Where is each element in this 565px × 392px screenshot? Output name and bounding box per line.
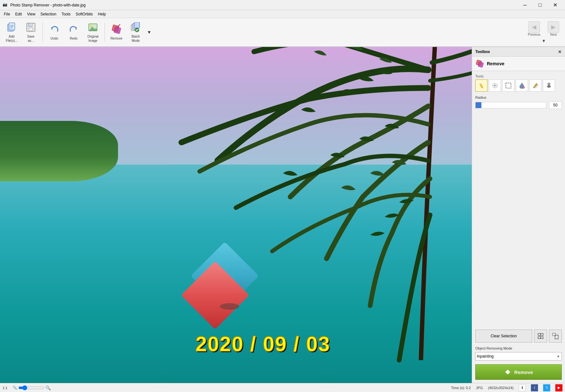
share-youtube-button[interactable]: ▶ [555, 384, 562, 391]
previous-button[interactable]: ◀ Previous [525, 21, 543, 36]
fill-tool-button[interactable] [516, 79, 528, 92]
original-image-label: Original [87, 35, 98, 38]
svg-rect-1 [9, 23, 15, 30]
menu-file[interactable]: File [1, 11, 13, 17]
toolbar-expand-button[interactable]: ▼ [146, 19, 152, 45]
share-twitter-button[interactable]: 𝕏 [543, 384, 550, 391]
remove-action-button[interactable]: Remove [475, 364, 562, 380]
save-as-button[interactable]: Save as... [22, 19, 40, 45]
zoom-sel-icon [552, 333, 559, 339]
tools-row [475, 79, 562, 92]
menu-view[interactable]: View [24, 11, 38, 17]
share-facebook-button[interactable]: f [531, 384, 538, 391]
zoom-slider-input[interactable] [18, 385, 44, 390]
svg-rect-7 [29, 28, 33, 31]
nav-area: ◀ Previous ▶ Next ▼ [525, 21, 562, 43]
rect-select-icon [505, 82, 512, 89]
toolbar-sep-2 [105, 23, 105, 42]
toolbar: Add File(s)... Save as... Undo [0, 18, 565, 47]
menu-selection[interactable]: Selection [38, 11, 59, 17]
save-as-label2: as... [28, 39, 34, 42]
svg-rect-23 [478, 62, 483, 67]
minimize-button[interactable]: ─ [518, 1, 532, 10]
radius-slider[interactable] [475, 102, 546, 108]
magic-wand-icon [491, 82, 498, 89]
previous-label: Previous [528, 33, 541, 36]
menu-softorbits[interactable]: SoftOrbits [73, 11, 95, 17]
fill-icon [518, 82, 525, 89]
menu-bar: File Edit View Selection Tools SoftOrbit… [0, 10, 565, 18]
object-mode-select[interactable]: Inpainting Blur Mean Smart Fill [475, 352, 562, 360]
clear-row: Clear Selection [475, 330, 562, 342]
add-files-label2: File(s)... [6, 39, 17, 42]
svg-rect-34 [538, 333, 541, 335]
toolbox-body: Tools [472, 71, 565, 383]
redo-icon [68, 24, 79, 36]
undo-label: Undo [50, 37, 58, 40]
batch-mode-button[interactable]: Batch Mode [127, 19, 145, 45]
svg-point-30 [523, 87, 524, 88]
title-bar: 📷 Photo Stamp Remover - photo-with-date.… [0, 0, 565, 10]
magic-tool2-button[interactable] [529, 79, 542, 92]
fit-to-screen-button[interactable] [534, 330, 547, 342]
menu-help[interactable]: Help [96, 11, 109, 17]
remove-label: Remove [110, 37, 122, 40]
tools-section: Tools [475, 74, 562, 92]
original-image-button[interactable]: Original Image [84, 19, 102, 45]
object-mode-section: Object Removing Mode Inpainting Blur Mea… [475, 346, 562, 360]
diamond-shadow [220, 303, 239, 310]
toolbar-sep-1 [42, 23, 43, 42]
radius-value[interactable]: 50 [549, 101, 562, 109]
nav-chevron-icon: ▼ [542, 38, 546, 43]
remove-btn-icon [504, 368, 512, 376]
toolbox-remove-title: Remove [487, 61, 504, 66]
redo-button[interactable]: Redo [65, 19, 83, 45]
batch-mode-icon [131, 22, 141, 34]
svg-line-17 [118, 24, 120, 26]
toolbox-panel: Toolbox ✕ Remove Tools [472, 47, 565, 383]
toolbox-remove-row: Remove [472, 57, 565, 71]
menu-edit[interactable]: Edit [13, 11, 24, 17]
remove-button[interactable]: Remove [107, 19, 125, 45]
next-arrow-icon: ▶ [548, 21, 559, 33]
window-controls: ─ □ ✕ [518, 1, 562, 10]
canvas-area[interactable]: 2020 / 09 / 03 [0, 47, 472, 383]
remove-btn-label: Remove [514, 369, 533, 375]
zoom-plus-icon: 🔍 [45, 385, 51, 390]
object-mode-label: Object Removing Mode [475, 346, 562, 350]
zoom-area: 1:1 [3, 386, 7, 390]
svg-rect-36 [541, 333, 543, 335]
format-label: JPG [476, 386, 483, 390]
original-image-icon [88, 22, 98, 34]
magic-wand-button[interactable] [489, 79, 501, 92]
stamp-tool-button[interactable] [543, 79, 555, 92]
info-button[interactable]: ℹ [519, 384, 526, 391]
svg-point-33 [548, 83, 550, 85]
rect-select-button[interactable] [502, 79, 515, 92]
svg-point-28 [494, 85, 496, 87]
remove-icon [111, 24, 122, 36]
svg-point-12 [90, 25, 92, 27]
clear-selection-button[interactable]: Clear Selection [475, 330, 532, 342]
status-bar: 1:1 🔍 🔍 Time (s): 0.2 JPG (4032x3024x24)… [0, 383, 565, 392]
toolbox-close-button[interactable]: ✕ [558, 49, 562, 54]
close-button[interactable]: ✕ [548, 1, 562, 10]
status-right: Time (s): 0.2 JPG (4032x3024x24) ℹ f 𝕏 ▶ [451, 384, 562, 391]
canvas-image: 2020 / 09 / 03 [0, 47, 472, 383]
menu-tools[interactable]: Tools [59, 11, 73, 17]
add-files-icon [6, 22, 17, 34]
toolbox-header: Toolbox ✕ [472, 47, 565, 57]
spacer [475, 113, 562, 323]
zoom-selection-button[interactable] [549, 330, 562, 342]
pencil-tool-button[interactable] [475, 79, 488, 92]
save-as-label: Save [27, 35, 35, 38]
tools-label: Tools [475, 74, 562, 78]
app-icon: 📷 [3, 2, 8, 8]
island [0, 121, 118, 181]
add-files-button[interactable]: Add File(s)... [3, 19, 21, 45]
maximize-button[interactable]: □ [533, 1, 547, 10]
undo-button[interactable]: Undo [45, 19, 63, 45]
previous-arrow-icon: ◀ [528, 21, 540, 33]
toolbox-title: Toolbox [475, 50, 490, 54]
next-button[interactable]: ▶ Next [544, 21, 562, 36]
